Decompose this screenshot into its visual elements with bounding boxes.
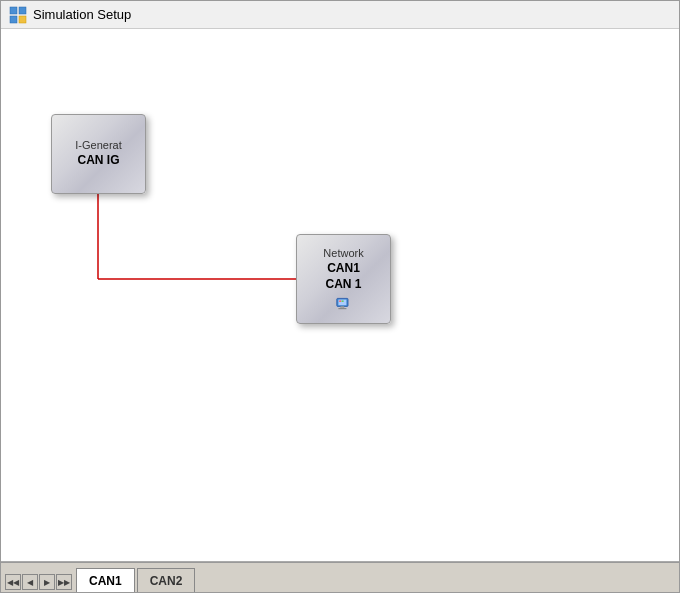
canvas-area[interactable]: I-Generat CAN IG Network CAN1 CAN 1 (1, 29, 679, 562)
network-node[interactable]: Network CAN1 CAN 1 (296, 234, 391, 324)
window-title: Simulation Setup (33, 7, 131, 22)
svg-rect-3 (19, 16, 26, 23)
ig-node-title: I-Generat (75, 139, 121, 151)
svg-rect-2 (10, 16, 17, 23)
window-icon (9, 6, 27, 24)
tab-nav-buttons: ◀◀ ◀ ▶ ▶▶ (5, 574, 72, 590)
tab-nav-last[interactable]: ▶▶ (56, 574, 72, 590)
simulation-setup-window: Simulation Setup I-Generat CAN IG Networ… (0, 0, 680, 593)
ig-node[interactable]: I-Generat CAN IG (51, 114, 146, 194)
svg-rect-1 (19, 7, 26, 14)
tab-nav-prev[interactable]: ◀ (22, 574, 38, 590)
network-node-name1: CAN1 (327, 261, 360, 277)
svg-rect-9 (338, 308, 346, 309)
tab-can2[interactable]: CAN2 (137, 568, 196, 592)
network-node-title: Network (323, 247, 363, 259)
network-node-name2: CAN 1 (325, 277, 361, 293)
svg-rect-0 (10, 7, 17, 14)
network-node-icon (336, 297, 352, 311)
svg-rect-10 (339, 300, 341, 302)
svg-rect-11 (341, 300, 343, 302)
svg-rect-8 (340, 306, 343, 308)
ig-node-name: CAN IG (78, 153, 120, 169)
title-bar: Simulation Setup (1, 1, 679, 29)
tab-nav-first[interactable]: ◀◀ (5, 574, 21, 590)
tab-can1[interactable]: CAN1 (76, 568, 135, 592)
tab-nav-next[interactable]: ▶ (39, 574, 55, 590)
tab-bar: ◀◀ ◀ ▶ ▶▶ CAN1 CAN2 (1, 562, 679, 592)
